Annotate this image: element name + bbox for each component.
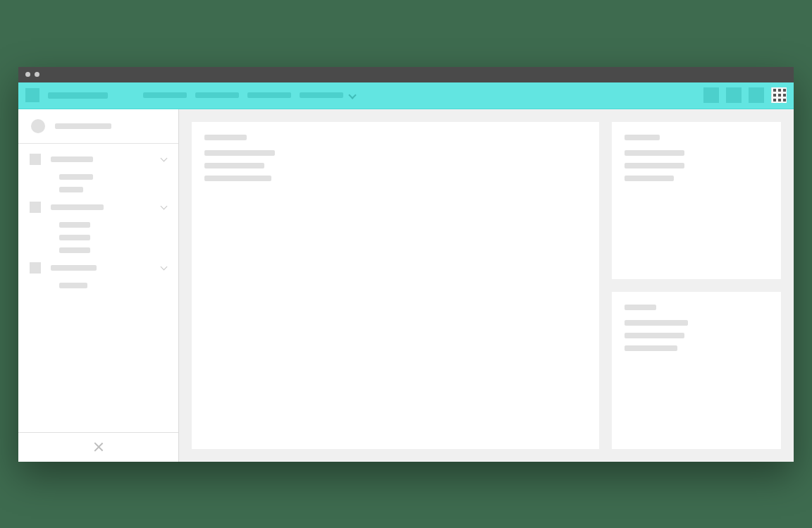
card-title bbox=[204, 135, 247, 140]
sidebar-group-1[interactable] bbox=[18, 148, 178, 171]
card-title bbox=[625, 135, 660, 140]
top-nav-actions bbox=[703, 87, 787, 103]
folder-icon bbox=[30, 154, 41, 165]
card-line bbox=[204, 150, 275, 156]
sidebar-item-2-2[interactable] bbox=[18, 231, 178, 244]
side-card-2 bbox=[612, 292, 781, 449]
sidebar-nav bbox=[18, 144, 178, 432]
top-nav-item-4-label bbox=[300, 92, 343, 98]
chevron-down-icon bbox=[161, 156, 168, 163]
sidebar-group-3[interactable] bbox=[18, 257, 178, 279]
avatar-icon bbox=[31, 119, 45, 133]
topbar-action-3[interactable] bbox=[749, 87, 764, 103]
sidebar-group-2[interactable] bbox=[18, 196, 178, 219]
brand-logo-icon[interactable] bbox=[25, 88, 39, 102]
profile-name bbox=[55, 123, 111, 129]
sidebar-group-3-label bbox=[51, 265, 97, 271]
side-card-1 bbox=[612, 122, 781, 279]
apps-grid-icon[interactable] bbox=[771, 87, 787, 103]
card-line bbox=[625, 176, 674, 181]
main-card bbox=[192, 122, 599, 449]
chevron-down-icon bbox=[349, 92, 356, 99]
app-body bbox=[18, 109, 794, 462]
card-line bbox=[625, 345, 677, 351]
top-nav-items bbox=[143, 92, 356, 99]
top-nav-item-4-dropdown[interactable] bbox=[300, 92, 356, 99]
sidebar-group-2-label bbox=[51, 204, 104, 210]
sidebar-profile[interactable] bbox=[18, 109, 178, 144]
folder-icon bbox=[30, 202, 41, 213]
brand-name[interactable] bbox=[48, 92, 108, 99]
sidebar-item-1-1[interactable] bbox=[18, 171, 178, 183]
window-control-close[interactable] bbox=[25, 72, 30, 77]
topbar-action-1[interactable] bbox=[703, 87, 719, 103]
sidebar bbox=[18, 109, 179, 462]
right-column bbox=[612, 122, 781, 449]
card-line bbox=[625, 163, 684, 168]
chevron-down-icon bbox=[161, 264, 168, 271]
card-line bbox=[625, 320, 688, 326]
chevron-down-icon bbox=[161, 204, 168, 211]
folder-icon bbox=[30, 262, 41, 274]
close-icon[interactable] bbox=[94, 442, 104, 452]
sidebar-item-1-2[interactable] bbox=[18, 183, 178, 196]
card-line bbox=[625, 150, 684, 156]
card-line bbox=[204, 163, 264, 168]
top-nav-bar bbox=[18, 82, 794, 109]
app-window bbox=[18, 67, 794, 462]
window-control-minimize[interactable] bbox=[35, 72, 39, 77]
card-title bbox=[625, 305, 656, 310]
top-nav-item-3[interactable] bbox=[247, 92, 291, 98]
sidebar-item-3-1[interactable] bbox=[18, 279, 178, 292]
top-nav-item-2[interactable] bbox=[195, 92, 239, 98]
sidebar-group-1-label bbox=[51, 156, 93, 162]
sidebar-item-2-3[interactable] bbox=[18, 244, 178, 257]
top-nav-item-1[interactable] bbox=[143, 92, 187, 98]
card-line bbox=[625, 333, 684, 338]
sidebar-item-2-1[interactable] bbox=[18, 219, 178, 231]
window-titlebar bbox=[18, 67, 794, 82]
topbar-action-2[interactable] bbox=[726, 87, 742, 103]
card-line bbox=[204, 176, 271, 181]
sidebar-footer bbox=[18, 432, 178, 462]
main-content bbox=[179, 109, 794, 462]
